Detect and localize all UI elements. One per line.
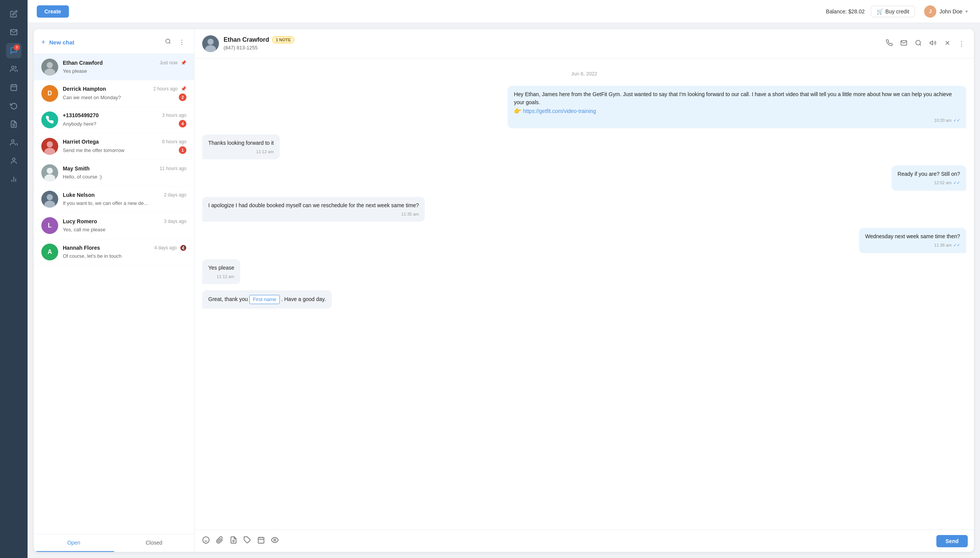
svg-point-8 bbox=[13, 158, 15, 161]
unread-badge: 2 bbox=[179, 94, 187, 101]
nav-icon-calendar[interactable] bbox=[6, 80, 21, 95]
message-bubble: Hey Ethan, James here from the GetFit Gy… bbox=[507, 86, 966, 128]
chat-item[interactable]: May Smith 11 hours ago Hello, of course … bbox=[34, 160, 194, 186]
chat-name: Ethan Crawford bbox=[63, 60, 103, 66]
svg-point-21 bbox=[47, 168, 53, 174]
email-button[interactable] bbox=[899, 38, 909, 49]
chat-list-header: + New chat ⋮ bbox=[34, 29, 194, 54]
chat-preview: Hello, of course :) bbox=[63, 174, 102, 180]
chat-info: Hannah Flores 4 days ago 🔇 Of course, le… bbox=[63, 245, 187, 259]
chat-time: 2 hours ago bbox=[154, 86, 178, 92]
nav-icon-compose[interactable] bbox=[6, 6, 21, 21]
chat-name: +13105499270 bbox=[63, 112, 99, 118]
chat-badge: 7 bbox=[14, 44, 20, 51]
more-options-button[interactable]: ⋮ bbox=[177, 37, 187, 48]
message-bubble: Great, thank you First name . Have a goo… bbox=[202, 290, 332, 309]
chat-info: May Smith 11 hours ago Hello, of course … bbox=[63, 166, 187, 180]
contact-name: Ethan Crawford bbox=[224, 36, 269, 43]
nav-icon-profile[interactable] bbox=[6, 153, 21, 169]
message-text: Hey Ethan, James here from the GetFit Gy… bbox=[514, 91, 952, 105]
volume-button[interactable] bbox=[928, 38, 938, 49]
contact-info: Ethan Crawford 1 NOTE (847) 813-1255 bbox=[224, 36, 880, 51]
nav-icon-contacts[interactable] bbox=[6, 61, 21, 77]
cart-icon: 🛒 bbox=[877, 8, 883, 15]
message-bubble: Ready if you are? Still on? 12:02 am ✓✓ bbox=[892, 166, 966, 191]
message-row: Wednesday next week same time then? 11:3… bbox=[202, 228, 966, 253]
note-badge: 1 NOTE bbox=[272, 36, 294, 43]
template-button[interactable] bbox=[228, 535, 239, 547]
chat-name: Lucy Romero bbox=[63, 218, 97, 225]
more-chat-options-button[interactable]: ⋮ bbox=[957, 39, 966, 49]
sidebar-nav: 7 bbox=[0, 0, 28, 558]
message-time: 12:02 am bbox=[934, 180, 952, 186]
emoji-button[interactable] bbox=[201, 535, 211, 547]
close-chat-button[interactable] bbox=[942, 38, 952, 49]
nav-icon-team[interactable] bbox=[6, 135, 21, 150]
chat-info: Derrick Hampton 2 hours ago 📌 Can we mee… bbox=[63, 86, 187, 101]
svg-point-15 bbox=[47, 62, 53, 68]
nav-icon-mail[interactable] bbox=[6, 25, 21, 40]
chat-name: Luke Nelson bbox=[63, 192, 95, 198]
chat-item[interactable]: Luke Nelson 2 days ago If you want to, w… bbox=[34, 186, 194, 213]
phone-button[interactable] bbox=[884, 38, 894, 49]
message-row: Ready if you are? Still on? 12:02 am ✓✓ bbox=[202, 166, 966, 191]
search-button[interactable] bbox=[164, 37, 173, 48]
chat-preview: Yes, call me please bbox=[63, 227, 106, 233]
tab-closed[interactable]: Closed bbox=[114, 534, 195, 552]
buy-credit-button[interactable]: 🛒 Buy credit bbox=[871, 6, 915, 17]
svg-point-12 bbox=[166, 39, 170, 43]
svg-point-44 bbox=[274, 539, 276, 541]
message-bubble: Thanks looking forward to it 11:12 am bbox=[202, 135, 280, 160]
svg-point-29 bbox=[916, 40, 920, 45]
message-text: Ready if you are? Still on? bbox=[898, 171, 960, 177]
tab-open[interactable]: Open bbox=[34, 534, 114, 552]
chat-name: May Smith bbox=[63, 166, 90, 172]
chat-preview: Yes please bbox=[63, 68, 87, 74]
nav-icon-history[interactable] bbox=[6, 98, 21, 113]
chat-item[interactable]: L Lucy Romero 3 days ago Yes, call me pl… bbox=[34, 213, 194, 239]
chat-info: Luke Nelson 2 days ago If you want to, w… bbox=[63, 192, 187, 207]
new-chat-button[interactable]: + New chat bbox=[41, 38, 164, 46]
svg-marker-31 bbox=[930, 41, 933, 45]
chat-view: Ethan Crawford 1 NOTE (847) 813-1255 bbox=[195, 29, 974, 552]
chat-list-footer: Open Closed bbox=[34, 534, 194, 552]
nav-icon-analytics[interactable] bbox=[6, 172, 21, 187]
svg-point-7 bbox=[11, 140, 14, 143]
svg-point-24 bbox=[47, 194, 53, 200]
chat-item[interactable]: D Derrick Hampton 2 hours ago 📌 Can we bbox=[34, 80, 194, 107]
message-time: 11:12 am bbox=[256, 149, 274, 155]
create-button[interactable]: Create bbox=[37, 5, 69, 18]
attachment-button[interactable] bbox=[214, 535, 225, 547]
chat-item[interactable]: +13105499270 3 hours ago Anybody here? 4 bbox=[34, 107, 194, 133]
preview-button[interactable] bbox=[270, 535, 280, 547]
nav-icon-tasks[interactable] bbox=[6, 117, 21, 132]
message-link[interactable]: https://getfit.com/video-training bbox=[523, 108, 596, 114]
firstname-tag: First name bbox=[249, 295, 280, 304]
avatar bbox=[41, 191, 58, 208]
balance-display: Balance: $28.02 bbox=[826, 8, 865, 15]
message-row: Yes please 11:12 am bbox=[202, 259, 966, 284]
calendar-button[interactable] bbox=[256, 535, 267, 547]
svg-point-27 bbox=[208, 39, 214, 45]
user-menu[interactable]: J John Doe ▾ bbox=[921, 4, 971, 19]
message-time: 11:12 am bbox=[217, 274, 234, 280]
tag-button[interactable] bbox=[242, 535, 253, 547]
chat-item[interactable]: Harriet Ortega 8 hours ago Send me the o… bbox=[34, 133, 194, 160]
chat-item[interactable]: Ethan Crawford Just now 📌 Yes please bbox=[34, 54, 194, 80]
chat-time: 4 days ago bbox=[154, 245, 177, 251]
chat-time: 3 hours ago bbox=[162, 113, 187, 118]
svg-rect-40 bbox=[258, 537, 264, 543]
chat-time: 2 days ago bbox=[164, 192, 187, 198]
avatar bbox=[41, 112, 58, 128]
send-button[interactable]: Send bbox=[936, 535, 968, 547]
check-icon: ✓✓ bbox=[953, 117, 960, 124]
chat-item[interactable]: A Hannah Flores 4 days ago 🔇 Of course, … bbox=[34, 239, 194, 266]
unread-badge: 1 bbox=[179, 146, 187, 154]
chat-view-header: Ethan Crawford 1 NOTE (847) 813-1255 bbox=[195, 29, 974, 59]
search-chat-button[interactable] bbox=[913, 38, 923, 49]
new-chat-label: New chat bbox=[49, 39, 75, 46]
nav-icon-chat[interactable]: 7 bbox=[6, 43, 21, 58]
message-text: Wednesday next week same time then? bbox=[865, 233, 960, 240]
chat-preview: Of course, let's be in touch bbox=[63, 253, 122, 259]
message-input[interactable] bbox=[285, 537, 932, 546]
